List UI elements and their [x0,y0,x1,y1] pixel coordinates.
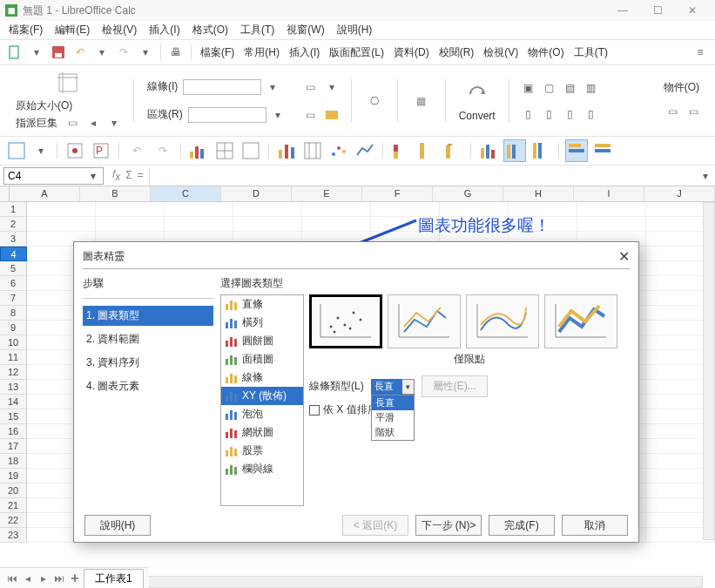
row-header[interactable]: 13 [0,380,27,395]
menu-icon[interactable]: ≡ [691,43,710,62]
finish-button[interactable]: 完成(F) [489,515,555,536]
wizard-step[interactable]: 3. 資料序列 [83,353,213,373]
row-header[interactable]: 3 [0,232,27,247]
chevron-down-icon[interactable]: ▾ [402,379,415,395]
preview-points-only[interactable] [309,294,382,348]
undo-icon[interactable]: ↶ [71,43,90,62]
shadow-icon[interactable]: ▭ [301,105,320,125]
prev-sheet-icon[interactable]: ◂ [21,571,35,585]
chart-type-item[interactable]: 面積圖 [221,350,303,368]
chart-type-item[interactable]: 圓餅圖 [221,332,303,350]
row-header[interactable]: 8 [0,306,27,321]
row-header[interactable]: 4 [0,247,27,261]
align-right-icon[interactable]: ▯ [561,105,580,124]
assign-macro-label[interactable]: 指派巨集 [12,116,61,131]
chart-type-item[interactable]: 欄與線 [221,460,303,478]
row-header[interactable]: 20 [0,483,27,498]
anchor-icon[interactable]: ⎔ [361,88,388,114]
column-header[interactable]: H [503,186,574,201]
menu-view[interactable]: 檢視(V) [97,21,142,39]
add-sheet-icon[interactable]: + [68,571,82,585]
3d-icon[interactable] [442,139,464,162]
row-header[interactable]: 10 [0,335,27,350]
chevron-down-icon[interactable]: ▾ [268,105,287,125]
option-step[interactable]: 階狀 [372,425,414,440]
new-icon[interactable] [5,43,24,62]
cell[interactable] [233,202,302,217]
option-straight[interactable]: 長直 [372,395,414,410]
sum-icon[interactable]: Σ [125,169,132,181]
cancel-button[interactable]: 取消 [562,515,628,536]
row-header[interactable]: 22 [0,513,27,528]
chevron-down-icon[interactable]: ▾ [322,78,341,97]
column-header[interactable]: E [292,186,362,201]
tab-review[interactable]: 校閱(R) [435,45,478,60]
select-all-corner[interactable] [0,186,10,202]
chart-type-item[interactable]: XY (散佈) [221,387,303,405]
column-stacked-icon[interactable] [503,139,526,162]
row-header[interactable]: 6 [0,276,27,291]
crop-icon[interactable] [54,69,82,97]
column-header[interactable]: G [433,186,503,201]
cell[interactable] [165,202,233,217]
cell[interactable] [27,217,96,232]
percent-icon[interactable] [415,139,438,162]
menu-insert[interactable]: 插入(I) [144,21,185,39]
chevron-down-icon[interactable]: ▾ [27,43,46,62]
row-header[interactable]: 1 [0,202,27,217]
grid-icon[interactable]: ▦ [408,87,435,115]
menu-format[interactable]: 格式(O) [187,21,233,39]
menu-tools[interactable]: 工具(T) [235,21,280,39]
row-header[interactable]: 11 [0,350,27,365]
preview-3d-lines[interactable] [544,294,617,348]
wizard-step[interactable]: 1. 圖表類型 [83,306,213,326]
region-dropdown[interactable] [188,107,266,123]
menu-window[interactable]: 視窗(W) [281,21,329,39]
cell[interactable] [165,217,233,232]
column-header[interactable]: B [80,186,151,201]
chevron-left-icon[interactable]: ◂ [84,113,103,132]
pdf-icon[interactable]: P [90,139,112,162]
send-back-icon[interactable]: ▢ [540,78,559,98]
chevron-down-icon[interactable]: ▾ [87,170,99,182]
scatter-icon[interactable] [327,139,350,162]
align-icon[interactable]: ▭ [63,113,82,132]
forward-icon[interactable]: ▤ [561,78,580,98]
save-icon[interactable] [49,43,68,62]
row-header[interactable]: 2 [0,217,27,232]
formula-input[interactable] [149,167,696,185]
print-icon[interactable]: 🖶 [166,43,185,62]
row-header[interactable]: 14 [0,395,27,409]
objects-label[interactable]: 物件(O) [660,80,703,95]
column-header[interactable]: F [362,186,433,201]
chart-wizard-icon[interactable] [187,139,210,162]
tab-tools[interactable]: 工具(T) [570,45,611,60]
bar-chart-icon[interactable] [275,139,298,162]
row-header[interactable]: 7 [0,291,27,306]
line-type-select[interactable]: 長直 ▾ 長直 平滑 階狀 [371,379,415,395]
cell[interactable] [577,217,646,232]
chart-type-item[interactable]: 泡泡 [221,405,303,423]
row-header[interactable]: 21 [0,498,27,513]
bring-front-icon[interactable]: ▣ [519,78,538,98]
redo2-icon[interactable]: ↷ [152,139,174,162]
wizard-step[interactable]: 4. 圖表元素 [83,376,213,396]
chart-data-icon[interactable] [239,139,262,162]
preview-lines-only[interactable] [466,294,539,348]
cell[interactable] [302,202,371,217]
ungroup-icon[interactable]: ▭ [684,102,703,121]
line-chart-icon[interactable] [354,139,376,162]
chart-type-item[interactable]: 股票 [221,442,303,460]
close-icon[interactable]: ✕ [618,248,630,265]
next-button[interactable]: 下一步 (N)> [415,515,482,536]
chevron-down-icon[interactable]: ▾ [92,43,111,62]
column-percent-icon[interactable] [530,139,552,162]
chevron-down-icon[interactable]: ▾ [31,141,51,160]
column-icon[interactable] [477,139,500,162]
last-sheet-icon[interactable]: ⏭ [52,571,66,585]
sheet-tab[interactable]: 工作表1 [84,569,144,588]
tab-view[interactable]: 檢視(V) [480,45,522,60]
scrollbar-vertical[interactable] [703,202,715,540]
tab-file[interactable]: 檔案(F) [197,45,238,60]
chevron-down-icon[interactable]: ▾ [263,78,282,97]
